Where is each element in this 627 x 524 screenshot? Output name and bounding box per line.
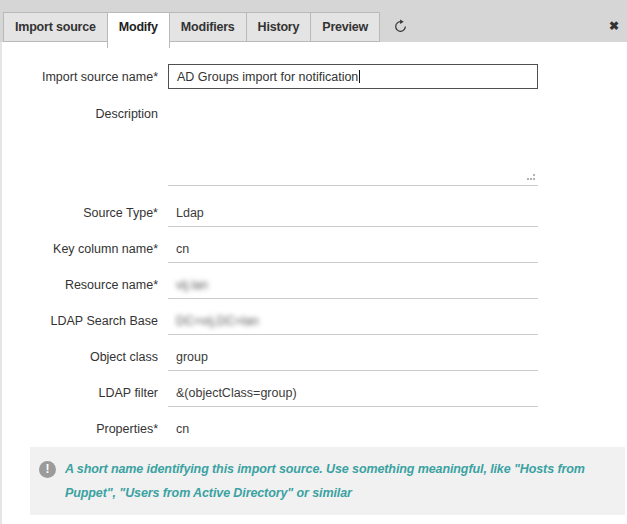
redacted-value: vij.lan [176,278,208,292]
refresh-icon-glyph [393,19,408,34]
import-source-dialog: Import source Modify Modifiers History P… [0,0,627,524]
close-icon[interactable]: ✖ [609,20,619,32]
field-label: Object class [2,347,158,371]
field-label: LDAP Search Base [2,311,158,335]
form-row-ldap-search-base: LDAP Search Base DC=vij,DC=lan [2,311,627,335]
resize-grip-icon[interactable] [527,174,536,182]
resource-name-field[interactable]: vij.lan [168,275,538,299]
tab-modifiers[interactable]: Modifiers [169,12,247,42]
import-source-name-value: AD Groups import for notification [177,70,358,84]
ldap-filter-field[interactable]: &(objectClass=group) [168,383,538,407]
info-help-text: A short name identifying this import sou… [65,457,599,505]
form-row-object-class: Object class group [2,347,627,371]
key-column-name-field[interactable]: cn [168,239,538,263]
tab-modify[interactable]: Modify [107,12,170,48]
tab-preview[interactable]: Preview [310,12,380,42]
redacted-value: DC=vij,DC=lan [176,314,259,328]
info-exclamation-icon: ! [39,461,56,478]
field-label: Import source name* [2,64,158,89]
field-label: Properties* [2,419,158,443]
import-source-name-input[interactable]: AD Groups import for notification [168,64,538,89]
info-box: ! A short name identifying this import s… [30,447,625,515]
ldap-search-base-field[interactable]: DC=vij,DC=lan [168,311,538,335]
resize-grip-glyph [527,174,536,182]
modify-form: Import source name* AD Groups import for… [0,42,627,524]
form-row-resource-name: Resource name* vij.lan [2,275,627,299]
tab-bar: Import source Modify Modifiers History P… [0,0,627,42]
form-row-source-type: Source Type* Ldap [2,203,627,227]
tab-history[interactable]: History [246,12,312,42]
field-label: Resource name* [2,275,158,299]
form-row-key-column-name: Key column name* cn [2,239,627,263]
properties-field[interactable]: cn [168,419,538,443]
text-caret [359,70,360,83]
source-type-field[interactable]: Ldap [168,203,538,227]
form-row-description: Description [2,96,627,186]
refresh-icon[interactable] [392,18,408,34]
field-label: LDAP filter [2,383,158,407]
tab-import-source[interactable]: Import source [3,12,108,42]
field-label: Description [2,96,158,186]
field-list: Source Type* Ldap Key column name* cn Re… [2,203,627,443]
form-row-ldap-filter: LDAP filter &(objectClass=group) [2,383,627,407]
field-label: Key column name* [2,239,158,263]
description-textarea[interactable] [168,96,538,186]
form-row-import-source-name: Import source name* AD Groups import for… [2,64,627,89]
form-row-properties: Properties* cn [2,419,627,443]
object-class-field[interactable]: group [168,347,538,371]
field-label: Source Type* [2,203,158,227]
